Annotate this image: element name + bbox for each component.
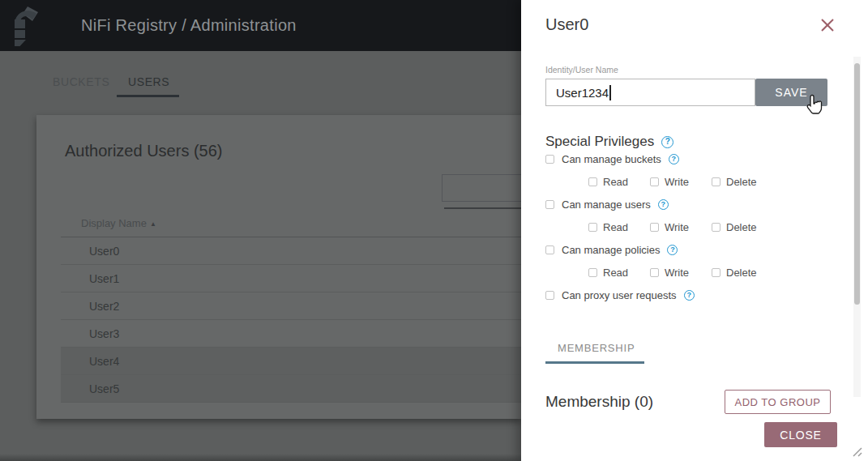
permission-delete: Delete [712,176,773,188]
column-header-display-name[interactable]: Display Name▲ [81,217,156,229]
permission-write: Write [650,221,712,233]
help-icon[interactable]: ? [661,136,673,148]
help-icon[interactable]: ? [658,199,669,210]
user-edit-side-panel: User0 Identity/User Name User1234 SAVE S… [521,0,868,461]
permission-label: Read [603,221,628,233]
checkbox[interactable] [712,223,720,232]
nifi-registry-logo-icon [11,6,41,46]
scrollbar-thumb[interactable] [854,63,860,305]
column-header-label: Display Name [81,217,147,229]
permission-label: Delete [726,176,757,188]
app-header: NiFi Registry / Administration [0,0,521,51]
membership-heading: Membership (0) [545,393,653,411]
identity-field-label: Identity/User Name [545,65,618,75]
user-name: User0 [89,245,119,258]
user-name: User5 [89,382,119,395]
permission-label: Write [665,221,689,233]
special-privileges-heading: Special Privileges ? [545,134,673,150]
permission-label: Read [603,176,628,188]
checkbox[interactable] [712,268,720,277]
permission-label: Read [603,267,628,279]
permission-label: Delete [726,267,757,279]
checkbox[interactable] [545,155,554,164]
table-row[interactable]: User2 [61,292,521,320]
special-privileges-label: Special Privileges [545,134,654,150]
checkbox[interactable] [650,268,659,277]
privilege-sub-row: Read Write Delete [588,221,773,233]
checkbox[interactable] [545,200,554,209]
permission-write: Write [650,176,712,188]
permission-write: Write [650,267,712,279]
permission-label: Write [665,267,689,279]
nifi-registry-admin-screen: NiFi Registry / Administration BUCKETS U… [0,0,868,461]
checkbox[interactable] [588,268,597,277]
tab-users[interactable]: USERS [128,75,169,88]
authorized-users-card: Authorized Users (56) Display Name▲ User… [36,115,521,419]
users-filter-input[interactable] [442,174,521,202]
close-button[interactable]: CLOSE [764,422,837,447]
privilege-can-manage-users: Can manage users ? [545,198,669,211]
table-row[interactable]: User4 [61,348,521,375]
resize-grip-icon[interactable] [850,445,862,457]
checkbox[interactable] [650,223,659,232]
checkbox[interactable] [588,177,597,186]
table-row[interactable]: User1 [61,265,521,292]
identity-input[interactable]: User1234 [545,79,755,106]
permission-delete: Delete [712,221,773,233]
privilege-label: Can proxy user requests [562,289,677,301]
window-bottom-edge [0,454,521,461]
privilege-can-proxy-user-requests: Can proxy user requests ? [545,289,695,301]
sort-ascending-icon: ▲ [150,220,156,228]
user-name: User2 [89,300,119,313]
close-icon[interactable] [819,17,836,33]
checkbox[interactable] [588,223,597,232]
user-name: User1 [89,272,119,285]
permission-read: Read [588,176,650,188]
user-name: User4 [89,355,119,368]
privilege-label: Can manage users [562,198,651,211]
add-to-group-button[interactable]: ADD TO GROUP [725,390,831,414]
panel-scrollbar[interactable] [853,57,861,397]
save-button[interactable]: SAVE [755,79,827,106]
active-tab-underline [117,95,179,97]
permission-read: Read [588,267,650,279]
privilege-label: Can manage policies [562,244,660,256]
text-caret [609,85,611,100]
checkbox[interactable] [545,291,554,300]
identity-input-value: User1234 [556,86,609,100]
main-content-dimmed: NiFi Registry / Administration BUCKETS U… [0,0,521,461]
table-row[interactable]: User3 [61,320,521,348]
tab-membership[interactable]: MEMBERSHIP [558,342,635,354]
permission-label: Delete [726,221,757,233]
checkbox[interactable] [545,245,554,254]
page-title: NiFi Registry / Administration [81,16,297,35]
help-icon[interactable]: ? [667,245,678,255]
privilege-sub-row: Read Write Delete [588,267,773,279]
checkbox[interactable] [650,177,659,186]
permission-label: Write [665,176,689,188]
card-title: Authorized Users (56) [65,142,223,160]
help-icon[interactable]: ? [684,290,695,301]
users-table: User0 User1 User2 User3 User4 User5 [61,237,521,403]
table-row[interactable]: User5 [61,375,521,403]
permission-delete: Delete [712,267,773,279]
table-row[interactable]: User0 [61,237,521,265]
help-icon[interactable]: ? [669,154,679,164]
membership-tab-underline [545,361,644,364]
permission-read: Read [588,221,650,233]
privilege-sub-row: Read Write Delete [588,176,773,188]
privilege-can-manage-buckets: Can manage buckets ? [545,153,679,165]
checkbox[interactable] [712,177,720,186]
privilege-can-manage-policies: Can manage policies ? [545,244,678,256]
filter-underline [444,207,521,209]
panel-title: User0 [545,15,588,34]
tab-buckets[interactable]: BUCKETS [53,75,109,88]
privilege-label: Can manage buckets [562,153,661,165]
user-name: User3 [89,327,119,340]
